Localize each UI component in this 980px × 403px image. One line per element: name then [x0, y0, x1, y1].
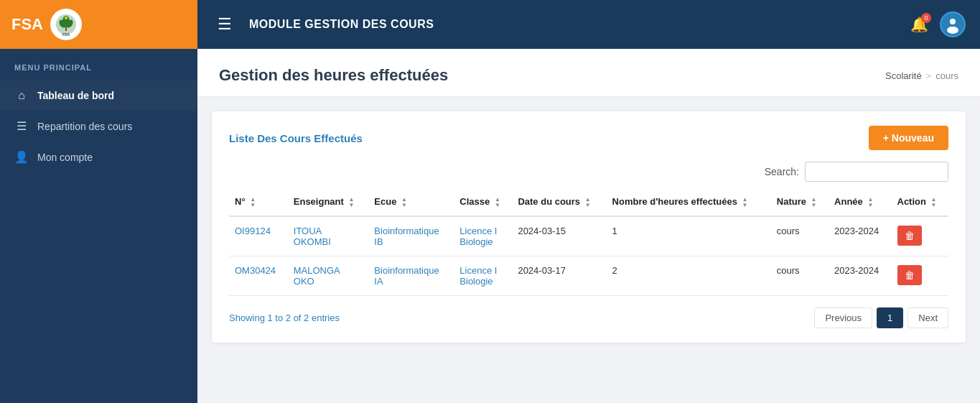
new-button[interactable]: + Nouveau	[869, 126, 948, 150]
pagination-controls: Previous 1 Next	[814, 307, 948, 328]
svg-rect-5	[65, 27, 67, 31]
cell-date: 2024-03-15	[512, 216, 606, 256]
col-date-cours[interactable]: Date du cours ▲▼	[512, 189, 606, 216]
col-numero[interactable]: N° ▲▼	[229, 189, 288, 216]
user-avatar[interactable]	[940, 11, 966, 37]
delete-button[interactable]: 🗑	[897, 265, 922, 285]
table-card: Liste Des Cours Effectués + Nouveau Sear…	[212, 111, 966, 343]
sidebar-item-tableau-de-bord[interactable]: ⌂ Tableau de bord	[0, 80, 197, 111]
delete-button[interactable]: 🗑	[897, 226, 922, 246]
sidebar-item-label: Mon compte	[37, 152, 93, 163]
sort-heures: ▲▼	[742, 197, 748, 208]
courses-table: N° ▲▼ Enseignant ▲▼ Ecue ▲▼ Classe	[229, 189, 948, 296]
book-icon: ☰	[14, 119, 29, 133]
sort-date: ▲▼	[585, 197, 591, 208]
cell-heures: 2	[607, 256, 771, 295]
svg-point-9	[950, 19, 956, 24]
table-row: OM30424 MALONGAOKO BioinformatiqueIA Lic…	[229, 256, 948, 295]
col-action[interactable]: Action ▲▼	[892, 189, 949, 216]
cell-annee: 2023-2024	[829, 256, 891, 295]
notification-bell[interactable]: 🔔 0	[910, 16, 928, 33]
breadcrumb-current: cours	[935, 70, 958, 81]
sort-enseignant: ▲▼	[348, 197, 354, 208]
cell-nature: cours	[771, 216, 829, 256]
col-classe[interactable]: Classe ▲▼	[454, 189, 512, 216]
cell-classe: Licence IBiologie	[454, 256, 512, 295]
cell-action: 🗑	[892, 216, 949, 256]
pagination-info: Showing 1 to 2 of 2 entries	[229, 312, 340, 323]
search-input[interactable]	[805, 162, 948, 182]
cell-nature: cours	[771, 256, 829, 295]
cell-classe: Licence IBiologie	[454, 216, 512, 256]
header-right: ☰ MODULE GESTION DES COURS 🔔 0	[197, 11, 980, 37]
sort-ecue: ▲▼	[401, 197, 407, 208]
cell-ecue: BioinformatiqueIA	[368, 256, 454, 295]
of-text: of 2 entries	[291, 312, 340, 323]
cell-numero: OM30424	[229, 256, 288, 295]
home-icon: ⌂	[14, 89, 29, 102]
cell-action: 🗑	[892, 256, 949, 295]
logo-area: FSA FSA	[0, 0, 197, 49]
cell-enseignant: MALONGAOKO	[288, 256, 369, 295]
search-label: Search:	[765, 166, 799, 177]
col-nature[interactable]: Nature ▲▼	[771, 189, 829, 216]
top-header: FSA FSA ☰ MODULE GESTION DES COURS 🔔 0	[0, 0, 980, 49]
showing-range: 1 to 2	[267, 312, 291, 323]
header-title: MODULE GESTION DES COURS	[249, 18, 899, 31]
sidebar-item-label: Repartition des cours	[37, 121, 132, 132]
sort-action: ▲▼	[931, 197, 937, 208]
sidebar-item-mon-compte[interactable]: 👤 Mon compte	[0, 142, 197, 172]
col-nb-heures[interactable]: Nombre d'heures effectuées ▲▼	[607, 189, 771, 216]
svg-point-10	[947, 27, 958, 34]
bell-badge: 0	[921, 13, 931, 23]
sort-classe: ▲▼	[495, 197, 500, 208]
header-icons: 🔔 0	[910, 11, 966, 37]
hamburger-button[interactable]: ☰	[212, 12, 238, 37]
cell-ecue: BioinformatiqueIB	[368, 216, 454, 256]
logo-emblem: FSA	[50, 9, 82, 40]
sidebar-item-repartition-des-cours[interactable]: ☰ Repartition des cours	[0, 111, 197, 142]
pagination-row: Showing 1 to 2 of 2 entries Previous 1 N…	[229, 307, 948, 328]
svg-text:FSA: FSA	[62, 32, 70, 37]
search-row: Search:	[229, 162, 948, 182]
breadcrumb-parent: Scolarité	[885, 70, 922, 81]
page-header: Gestion des heures effectuées Scolarité …	[197, 49, 980, 97]
svg-point-6	[65, 17, 67, 19]
cell-numero: OI99124	[229, 216, 288, 256]
sidebar: MENU PRINCIPAL ⌂ Tableau de bord ☰ Repar…	[0, 49, 197, 403]
table-header-row-cols: N° ▲▼ Enseignant ▲▼ Ecue ▲▼ Classe	[229, 189, 948, 216]
sort-annee: ▲▼	[867, 197, 873, 208]
sort-nature: ▲▼	[811, 197, 817, 208]
cell-enseignant: ITOUAOKOMBI	[288, 216, 369, 256]
table-body: OI99124 ITOUAOKOMBI BioinformatiqueIB Li…	[229, 216, 948, 296]
sidebar-item-label: Tableau de bord	[37, 90, 114, 101]
col-ecue[interactable]: Ecue ▲▼	[368, 189, 454, 216]
table-row: OI99124 ITOUAOKOMBI BioinformatiqueIB Li…	[229, 216, 948, 256]
col-annee[interactable]: Année ▲▼	[829, 189, 891, 216]
table-section-title: Liste Des Cours Effectués	[229, 132, 363, 144]
sort-numero: ▲▼	[250, 197, 256, 208]
breadcrumb-separator: >	[926, 70, 932, 81]
breadcrumb: Scolarité > cours	[885, 66, 958, 81]
page-title: Gestion des heures effectuées	[219, 66, 448, 85]
user-icon	[943, 14, 963, 34]
cell-date: 2024-03-17	[512, 256, 606, 295]
col-enseignant[interactable]: Enseignant ▲▼	[288, 189, 369, 216]
cell-annee: 2023-2024	[829, 216, 891, 256]
menu-label: MENU PRINCIPAL	[0, 63, 197, 80]
content-area: Gestion des heures effectuées Scolarité …	[197, 49, 980, 403]
cell-heures: 1	[607, 216, 771, 256]
showing-text: Showing	[229, 312, 267, 323]
logo-text: FSA	[11, 15, 43, 34]
emblem-svg: FSA	[52, 11, 80, 38]
main-layout: MENU PRINCIPAL ⌂ Tableau de bord ☰ Repar…	[0, 49, 980, 403]
previous-button[interactable]: Previous	[814, 307, 872, 328]
table-header-row: Liste Des Cours Effectués + Nouveau	[229, 126, 948, 150]
page-1-button[interactable]: 1	[877, 307, 903, 328]
account-icon: 👤	[14, 150, 29, 164]
next-button[interactable]: Next	[907, 307, 948, 328]
